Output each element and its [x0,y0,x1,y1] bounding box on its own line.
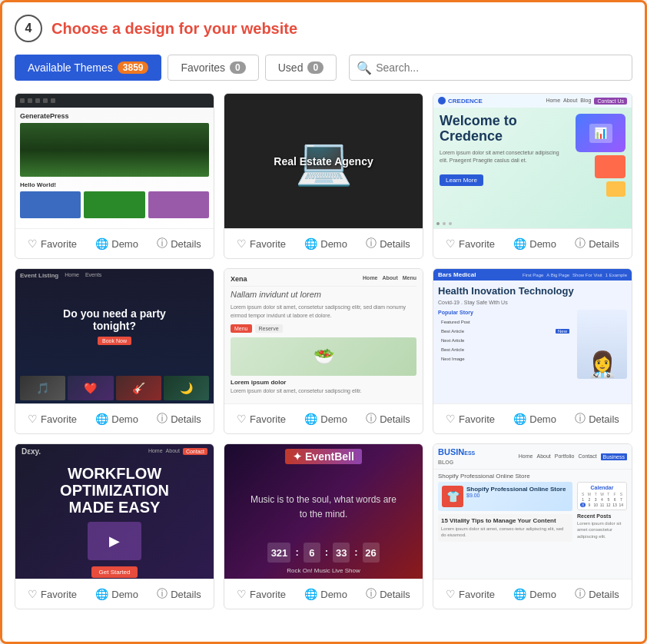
tab-used[interactable]: Used 0 [265,55,337,81]
heart-icon: ♡ [237,588,247,600]
details-btn-eventlisting[interactable]: ⓘ Details [154,410,204,427]
details-btn-business[interactable]: ⓘ Details [572,586,622,603]
heart-icon: ♡ [28,237,38,250]
demo-btn-barsmedical[interactable]: 🌐 Demo [510,411,559,427]
details-btn-realestate[interactable]: ⓘ Details [363,235,413,252]
heart-icon: ♡ [446,413,456,425]
details-btn-barsmedical[interactable]: ⓘ Details [572,410,622,427]
theme-preview-dexy: Dεxy. Home About Contact WORKFLOWOPTIMIZ… [15,444,214,579]
bars-nav1: First Page [523,273,543,277]
demo-btn-credence[interactable]: 🌐 Demo [510,236,559,251]
tab-favorites[interactable]: Favorites 0 [168,55,258,81]
bars-title-text: Health Inovation Technology [438,285,627,297]
biz-shopify-label: Shopify Professional Online Store [438,473,627,480]
theme-card-realestate: 💻 Real Estate Agency ♡ Favorite 🌐 Demo ⓘ… [224,93,423,259]
biz-tips-area: 15 Vitality Tips to Manage Your Content … [438,514,572,542]
eb-colon3: : [354,543,357,563]
favorite-label: Favorite [41,238,77,250]
biz-nav2: About [536,453,550,460]
favorite-btn-eventlisting[interactable]: ♡ Favorite [25,411,80,427]
demo-label: Demo [320,413,347,425]
details-label: Details [380,238,410,250]
themes-grid: GeneratePress Hello World! ♡ Favorite [15,93,632,609]
demo-btn-business[interactable]: 🌐 Demo [510,586,559,602]
favorite-btn-realestate[interactable]: ♡ Favorite [234,236,289,251]
gp-title-text: GeneratePress [20,112,209,120]
event-img4: 🌙 [164,376,209,400]
heart-icon: ♡ [237,237,247,250]
re-agency-text: Real Estate Agency [274,155,373,168]
globe-icon: 🌐 [95,588,108,600]
favorite-label: Favorite [41,413,77,425]
demo-btn-realestate[interactable]: 🌐 Demo [301,236,350,251]
biz-cal-3: 3 [593,497,599,502]
demo-btn-dexy[interactable]: 🌐 Demo [92,586,141,602]
demo-btn-eventbell[interactable]: 🌐 Demo [301,586,350,602]
cred-logo-dot [438,97,446,105]
demo-btn-xena[interactable]: 🌐 Demo [301,411,350,427]
tab-available-themes[interactable]: Available Themes 3859 [15,55,161,81]
info-icon: ⓘ [575,412,586,426]
favorite-btn-business[interactable]: ♡ Favorite [443,586,498,602]
details-btn-credence[interactable]: ⓘ Details [572,235,622,252]
theme-preview-business: BUSINESSBLOG Home About Portfolio Contac… [433,444,632,579]
biz-cal-s: S [580,492,586,496]
biz-tips-text: Lorem ipsum dolor sit amet, consec-tetur… [441,526,569,539]
xena-tags: Menu Reserve [231,324,416,333]
favorite-btn-barsmedical[interactable]: ♡ Favorite [443,411,498,427]
biz-nav1: Home [519,453,533,460]
info-icon: ⓘ [157,587,168,601]
gp-box-3 [148,191,209,218]
theme-actions-business: ♡ Favorite 🌐 Demo ⓘ Details [433,579,632,609]
eb-tagline-text: Music is to the soul, what words areto t… [251,493,396,522]
eb-countdown: 321 : 6 : 33 : 26 [267,543,379,563]
favorite-btn-credence[interactable]: ♡ Favorite [443,236,498,251]
demo-label: Demo [111,413,138,425]
cred-logo-area: CREDENCE [438,97,483,105]
xena-title-bar: Xena Home About Menu [231,275,416,287]
eb-count-days: 321 [267,543,290,563]
theme-card-barsmedical: Bars Medical First Page A Big Page Show … [433,268,632,434]
theme-card-generatepress: GeneratePress Hello World! ♡ Favorite [15,93,214,259]
gp-box-2 [84,191,144,218]
favorite-label: Favorite [459,589,495,600]
gp-landscape-image [20,123,209,177]
demo-btn-generatepress[interactable]: 🌐 Demo [92,236,141,251]
info-icon: ⓘ [157,237,168,251]
search-input[interactable] [349,55,632,81]
dexy-main: WORKFLOWOPTIMIZATIONMADE EASY ▶ Get Star… [15,459,214,579]
favorite-btn-xena[interactable]: ♡ Favorite [234,411,289,427]
favorite-btn-generatepress[interactable]: ♡ Favorite [25,236,80,251]
theme-preview-barsmedical: Bars Medical First Page A Big Page Show … [433,269,632,403]
dexy-header: Dεxy. Home About Contact [15,444,214,459]
search-icon: 🔍 [357,61,372,75]
biz-cal-13: 13 [612,503,617,507]
bars-top-bar: Bars Medical First Page A Big Page Show … [433,269,632,281]
step-title-prefix: Choose a design [51,20,179,37]
biz-cal-4: 4 [599,497,605,502]
details-btn-generatepress[interactable]: ⓘ Details [154,235,204,252]
step-title: Choose a design for your website [51,20,297,38]
cred-nav-item3: Blog [580,98,591,105]
theme-actions-eventlisting: ♡ Favorite 🌐 Demo ⓘ Details [15,403,214,433]
cred-shape-orange [595,155,625,178]
favorite-btn-dexy[interactable]: ♡ Favorite [25,586,80,602]
biz-cal-grid: S M T W T F S 1 2 3 [580,492,624,507]
tab-used-badge: 0 [307,61,324,74]
biz-cal-sa: S [619,492,624,496]
globe-icon: 🌐 [513,413,526,425]
details-btn-eventbell[interactable]: ⓘ Details [363,586,413,603]
eb-count-minutes: 33 [333,543,350,563]
event-img3: 🎸 [116,376,161,400]
favorite-btn-eventbell[interactable]: ♡ Favorite [234,586,289,602]
biz-tips-title: 15 Vitality Tips to Manage Your Content [441,517,569,524]
dexy-nav-contact: Contact [183,448,207,455]
details-btn-xena[interactable]: ⓘ Details [363,410,413,427]
cred-right: 📊 [564,114,625,222]
bars-popular-title: Popular Story [438,310,572,315]
xena-tag2: Reserve [255,324,283,333]
bars-nav: First Page A Big Page Show For Visit 1 E… [523,273,627,277]
details-btn-dexy[interactable]: ⓘ Details [154,586,204,603]
heart-icon: ♡ [28,588,38,600]
demo-btn-eventlisting[interactable]: 🌐 Demo [92,411,141,427]
